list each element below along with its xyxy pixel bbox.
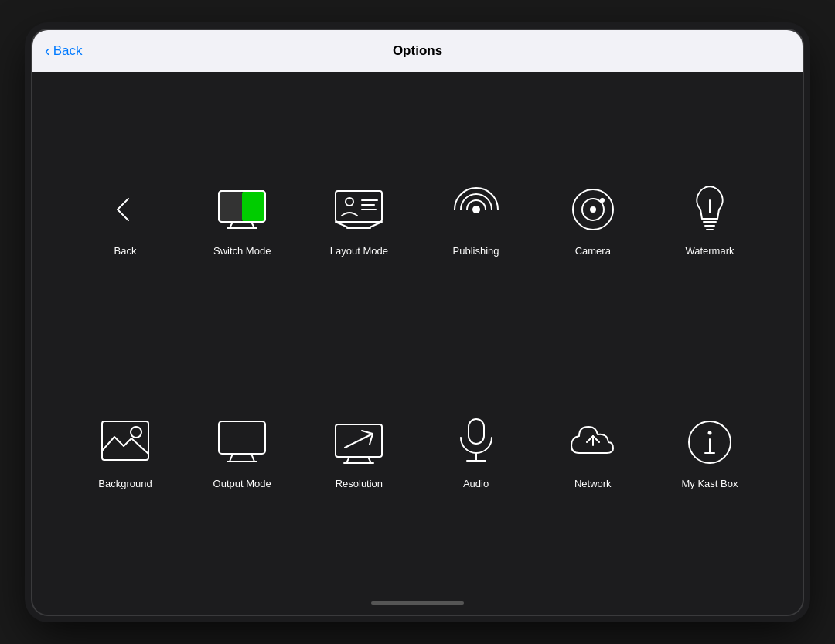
- page-title: Options: [393, 43, 442, 59]
- switch-mode-icon: [214, 182, 270, 237]
- svg-line-9: [368, 222, 382, 228]
- option-network[interactable]: Network: [547, 414, 639, 489]
- home-indicator: [32, 591, 803, 615]
- svg-line-1: [230, 222, 233, 228]
- option-background[interactable]: Background: [79, 414, 172, 489]
- svg-line-31: [346, 457, 349, 463]
- background-icon: [97, 414, 153, 470]
- option-camera[interactable]: Camera: [547, 182, 639, 257]
- resolution-icon: [331, 414, 387, 470]
- option-audio[interactable]: Audio: [430, 414, 523, 489]
- svg-line-34: [345, 434, 373, 448]
- svg-rect-24: [102, 421, 148, 460]
- svg-line-8: [336, 222, 349, 228]
- svg-line-28: [251, 454, 254, 462]
- option-back[interactable]: Back: [79, 182, 172, 257]
- back-label: Back: [53, 43, 83, 59]
- svg-rect-5: [242, 191, 265, 222]
- option-watermark-label: Watermark: [685, 245, 734, 257]
- option-output-mode-label: Output Mode: [213, 478, 271, 489]
- svg-point-11: [346, 198, 353, 206]
- option-layout-mode[interactable]: Layout Mode: [312, 182, 405, 257]
- option-background-label: Background: [98, 478, 152, 489]
- network-icon: [565, 414, 621, 470]
- option-publishing[interactable]: Publishing: [430, 182, 523, 257]
- home-bar: [371, 601, 464, 605]
- svg-point-15: [472, 206, 480, 213]
- svg-point-19: [600, 198, 605, 203]
- option-back-label: Back: [114, 245, 137, 257]
- option-network-label: Network: [574, 478, 612, 489]
- layout-mode-icon: [331, 182, 387, 237]
- svg-point-40: [707, 431, 711, 434]
- options-grid: Back: [32, 72, 803, 591]
- option-my-kast-box-label: My Kast Box: [681, 478, 738, 489]
- audio-icon: [448, 414, 504, 470]
- svg-line-32: [368, 457, 371, 463]
- option-switch-mode-label: Switch Mode: [213, 245, 271, 257]
- option-output-mode[interactable]: Output Mode: [196, 414, 288, 489]
- option-camera-label: Camera: [575, 245, 611, 257]
- nav-bar: ‹ Back Options: [32, 30, 803, 72]
- back-button[interactable]: ‹ Back: [45, 42, 82, 60]
- svg-line-2: [251, 222, 254, 228]
- svg-point-25: [131, 427, 141, 438]
- svg-rect-7: [336, 191, 382, 222]
- output-mode-icon: [214, 414, 270, 470]
- option-audio-label: Audio: [463, 478, 489, 489]
- option-layout-mode-label: Layout Mode: [330, 245, 388, 257]
- camera-icon: [565, 182, 621, 237]
- svg-rect-26: [219, 421, 265, 454]
- svg-rect-35: [469, 419, 484, 444]
- option-my-kast-box[interactable]: My Kast Box: [663, 414, 756, 489]
- grid-row-2: Background Output Mode: [79, 414, 756, 489]
- option-watermark[interactable]: Watermark: [663, 182, 756, 257]
- back-icon: [97, 182, 153, 237]
- option-switch-mode[interactable]: Switch Mode: [196, 182, 288, 257]
- back-chevron-icon: ‹: [45, 42, 50, 60]
- publishing-icon: [448, 182, 504, 237]
- option-publishing-label: Publishing: [453, 245, 499, 257]
- svg-point-18: [590, 206, 596, 213]
- watermark-icon: [682, 182, 738, 237]
- option-resolution[interactable]: Resolution: [312, 414, 405, 489]
- option-resolution-label: Resolution: [336, 478, 383, 489]
- svg-line-27: [230, 454, 233, 462]
- my-kast-box-icon: [682, 414, 738, 470]
- svg-rect-4: [219, 191, 242, 222]
- grid-row-1: Back: [79, 182, 756, 257]
- device-frame: ‹ Back Options Back: [31, 29, 804, 616]
